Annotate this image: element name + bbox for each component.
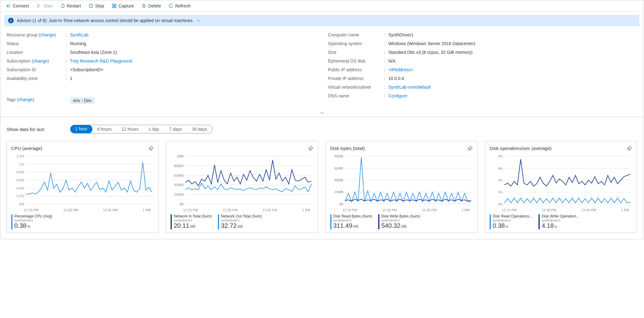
svg-text:0.4%: 0.4% — [16, 186, 24, 190]
legend-value: 4.18 — [542, 222, 554, 229]
x-axis-ticks: 12:15 PM12:30 PM12:45 PM1 PM — [490, 208, 632, 213]
legend-host: synthdriver1 — [333, 218, 372, 222]
size-value: Standard D8s v3 (8 vcpus, 32 GiB memory) — [388, 50, 473, 55]
resource-group-value[interactable]: SynthLab — [70, 32, 88, 37]
public-ip-value[interactable]: <IPAddress> — [388, 67, 413, 72]
start-button-label: Start — [43, 3, 53, 8]
private-ip-label: Private IP address — [328, 76, 384, 81]
dns-label: DNS name — [328, 93, 384, 98]
svg-text:20MB: 20MB — [334, 190, 343, 194]
svg-text:0B: 0B — [180, 202, 184, 206]
time-range-7-days[interactable]: 7 days — [164, 125, 187, 133]
legend-item[interactable]: Disk Write Bytes (Sum)synthdriver1540.32… — [378, 214, 420, 229]
restart-button[interactable]: Restart — [57, 2, 84, 10]
tags-label: Tags (change) — [7, 97, 66, 102]
svg-marker-0 — [38, 4, 40, 8]
legend-row: Disk Read Bytes (Sum)synthdriver1311.49M… — [330, 213, 473, 229]
tags-change-link[interactable]: change — [18, 97, 33, 102]
delete-button-label: Delete — [148, 3, 161, 8]
legend-host: synthdriver1 — [381, 218, 420, 222]
legend-item[interactable]: Percentage CPU (Avg)synthdriver10.38% — [11, 214, 52, 229]
metric-tile-1: 1MB800kB600kB400kB200kB0B12:15 PM12:30 P… — [166, 141, 318, 233]
legend-host: synthdriver1 — [542, 218, 579, 222]
chart-plot[interactable]: 1MB800kB600kB400kB200kB0B — [171, 154, 313, 208]
svg-rect-5 — [112, 7, 114, 8]
metric-tile-2: Disk bytes (total)80MB60MB40MB20MB0B12:1… — [326, 141, 477, 233]
stop-button[interactable]: Stop — [85, 2, 107, 10]
svg-text:0.8%: 0.8% — [16, 170, 24, 174]
command-bar: ConnectStartRestartStopCaptureDeleteRefr… — [0, 0, 643, 12]
legend-item[interactable]: Network Out Total (Sum)synthdriver132.72… — [218, 214, 262, 229]
vnet-value[interactable]: SynthLab-vnet/default — [388, 85, 431, 90]
time-range-12-hours[interactable]: 12 hours — [117, 125, 143, 133]
connect-icon — [6, 3, 11, 8]
capture-button-label: Capture — [119, 3, 134, 8]
essentials-panel: Resource group (change) : SynthLab Statu… — [0, 29, 643, 109]
legend-unit: /s — [505, 224, 508, 229]
svg-text:0.2%: 0.2% — [16, 194, 24, 198]
chart-plot[interactable]: 8/s6/s4/s2/s0/s — [490, 154, 632, 208]
time-range-30-days[interactable]: 30 days — [187, 125, 212, 133]
tag-chip[interactable]: env : Dev — [70, 97, 95, 104]
x-axis-ticks: 12:15 PM12:30 PM12:45 PM1 PM — [171, 208, 313, 213]
legend-item[interactable]: Disk Read Operations...synthdriver10.38/… — [490, 214, 532, 229]
pin-icon[interactable] — [626, 146, 632, 152]
location-label: Location — [7, 50, 66, 55]
info-icon: i — [8, 18, 14, 23]
os-value: Windows (Windows Server 2016 Datacenter) — [388, 41, 475, 46]
legend-item[interactable]: Disk Write Operation...synthdriver14.18/… — [538, 214, 579, 229]
collapse-essentials-button[interactable]: ︽ — [0, 109, 643, 117]
subscription-change-link[interactable]: change — [33, 58, 48, 63]
connect-button-label: Connect — [13, 3, 29, 8]
os-label: Operating system — [328, 41, 384, 46]
legend-name: Network Out Total (Sum) — [221, 214, 262, 218]
tile-title: Disk bytes (total) — [330, 146, 365, 151]
subscription-value[interactable]: Trey Research R&D Playground — [70, 58, 132, 63]
public-ip-label: Public IP address — [328, 67, 384, 72]
pin-icon[interactable] — [148, 146, 154, 152]
legend-value: 0.38 — [493, 222, 505, 229]
time-range-6-hours[interactable]: 6 hours — [92, 125, 117, 133]
refresh-button[interactable]: Refresh — [165, 2, 194, 10]
legend-item[interactable]: Network In Total (Sum)synthdriver120.11M… — [171, 214, 212, 229]
svg-text:8/s: 8/s — [498, 154, 503, 158]
svg-marker-1 — [62, 3, 63, 5]
legend-item[interactable]: Disk Read Bytes (Sum)synthdriver1311.49M… — [330, 214, 372, 229]
computer-name-label: Computer name — [328, 32, 384, 37]
legend-row: Network In Total (Sum)synthdriver120.11M… — [171, 213, 313, 229]
private-ip-value: 10.0.0.4 — [388, 76, 404, 81]
ephemeral-value: N/A — [388, 58, 396, 63]
delete-button[interactable]: Delete — [138, 2, 164, 10]
advisor-text: Advisor (1 of 9): Just-In-Time network a… — [17, 18, 192, 23]
stop-icon — [88, 3, 93, 8]
x-axis-ticks: 12:15 PM12:30 PM12:45 PM1 PM — [330, 208, 473, 213]
time-range-label: Show data for last: — [7, 127, 45, 132]
availability-zone-value: 1 — [70, 76, 73, 81]
chart-plot[interactable]: 1.2%1%0.8%0.6%0.4%0.2%0% — [11, 154, 154, 208]
resource-group-change-link[interactable]: change — [40, 32, 54, 37]
svg-text:0%: 0% — [19, 202, 24, 206]
legend-host: synthdriver1 — [221, 218, 262, 222]
legend-value: 540.32 — [381, 222, 400, 229]
restart-icon — [60, 3, 65, 8]
connect-button[interactable]: Connect — [3, 2, 32, 10]
time-range-1-day[interactable]: 1 day — [143, 125, 164, 133]
advisor-banner[interactable]: i Advisor (1 of 9): Just-In-Time network… — [4, 15, 639, 26]
capture-button[interactable]: Capture — [109, 2, 137, 10]
legend-unit: MB — [237, 224, 243, 229]
svg-text:80MB: 80MB — [334, 154, 343, 158]
status-label: Status — [7, 41, 66, 46]
pin-icon[interactable] — [467, 146, 473, 152]
pin-icon[interactable] — [307, 146, 313, 152]
time-range-selector: 1 hour6 hours12 hours1 day7 days30 days — [70, 125, 212, 133]
dns-value[interactable]: Configure — [388, 93, 407, 98]
svg-rect-6 — [115, 7, 116, 8]
svg-text:1.2%: 1.2% — [16, 154, 24, 158]
availability-zone-label: Availability zone — [7, 76, 66, 81]
restart-button-label: Restart — [67, 3, 81, 8]
time-range-1-hour[interactable]: 1 hour — [70, 125, 92, 133]
chart-plot[interactable]: 80MB60MB40MB20MB0B — [330, 154, 473, 208]
svg-text:6/s: 6/s — [498, 166, 503, 170]
legend-name: Disk Write Bytes (Sum) — [381, 214, 420, 218]
subscription-id-value: <SubscriptionID> — [70, 67, 103, 72]
